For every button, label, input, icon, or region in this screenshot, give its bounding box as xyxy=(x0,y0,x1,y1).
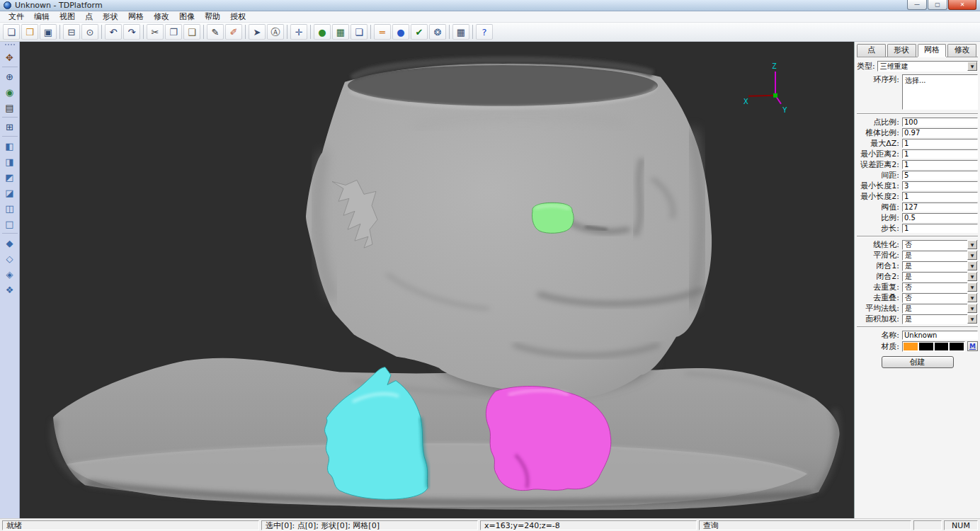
option-row: 平滑化: 是 ▼ xyxy=(857,250,978,261)
menu-license[interactable]: 授权 xyxy=(225,11,251,22)
ratio-field[interactable] xyxy=(902,213,978,222)
menu-view[interactable]: 视图 xyxy=(55,11,80,22)
menu-point[interactable]: 点 xyxy=(80,11,98,22)
spacing-field[interactable] xyxy=(902,171,978,180)
tab-shape[interactable]: 形状 xyxy=(887,44,916,57)
chevron-down-icon[interactable]: ▼ xyxy=(967,304,977,313)
material-swatch[interactable] xyxy=(935,343,949,350)
render-teapot-icon[interactable]: ● xyxy=(314,24,331,40)
menu-help[interactable]: 帮助 xyxy=(200,11,225,22)
measure-icon[interactable]: ═ xyxy=(374,24,391,40)
redo-icon[interactable]: ↷ xyxy=(123,24,140,40)
help-icon[interactable]: ? xyxy=(476,24,493,40)
menu-edit[interactable]: 编辑 xyxy=(29,11,55,22)
sidebar-separator xyxy=(2,136,18,137)
view-back-icon[interactable]: ◨ xyxy=(1,154,18,169)
material-button[interactable]: M xyxy=(967,341,978,351)
chevron-down-icon[interactable]: ▼ xyxy=(967,62,977,71)
cut-icon[interactable]: ✂ xyxy=(147,24,164,40)
draw-pen-icon[interactable]: ✎ xyxy=(207,24,224,40)
material-swatch[interactable] xyxy=(919,343,933,350)
tab-point[interactable]: 点 xyxy=(857,44,886,57)
material-swatch[interactable] xyxy=(950,343,964,350)
close1-select[interactable]: 是 ▼ xyxy=(902,261,978,271)
chevron-down-icon[interactable]: ▼ xyxy=(967,251,977,260)
chevron-down-icon[interactable]: ▼ xyxy=(967,261,977,270)
ring-sequence-listbox[interactable]: 选择... xyxy=(902,74,978,110)
save-icon[interactable]: ▣ xyxy=(40,24,57,40)
menu-file[interactable]: 文件 xyxy=(4,11,29,22)
chevron-down-icon[interactable]: ▼ xyxy=(967,272,977,281)
copy-icon[interactable]: ❐ xyxy=(165,24,182,40)
view-left-icon[interactable]: ◩ xyxy=(1,169,18,185)
min-distance2-field[interactable] xyxy=(902,149,978,159)
type-select[interactable]: 三维重建 ▼ xyxy=(877,61,978,72)
print-icon[interactable]: ⊟ xyxy=(63,24,80,40)
menu-shape[interactable]: 形状 xyxy=(98,11,123,22)
step-field[interactable] xyxy=(902,224,978,233)
status-coordinates: x=163;y=240;z=-8 xyxy=(480,520,697,530)
error-distance2-field[interactable] xyxy=(902,160,978,169)
menu-mesh[interactable]: 网格 xyxy=(123,11,149,22)
chevron-down-icon[interactable]: ▼ xyxy=(967,314,977,324)
iso-view-se-icon[interactable]: ◇ xyxy=(1,251,18,266)
settings-compass-icon[interactable]: ❂ xyxy=(429,24,446,40)
smooth-select[interactable]: 是 ▼ xyxy=(902,251,978,261)
select-arrow-icon[interactable]: ➤ xyxy=(249,24,266,40)
chevron-down-icon[interactable]: ▼ xyxy=(967,293,977,302)
view-right-icon[interactable]: ◪ xyxy=(1,185,18,200)
point-ratio-field[interactable] xyxy=(902,118,978,127)
avg-normals-select[interactable]: 是 ▼ xyxy=(902,304,978,314)
de-overlap-select[interactable]: 否 ▼ xyxy=(902,293,978,303)
orbit-globe-icon[interactable]: ◉ xyxy=(1,84,18,100)
annotate-icon[interactable]: Ⓐ xyxy=(267,24,284,40)
name-field[interactable] xyxy=(902,331,978,340)
menu-image[interactable]: 图像 xyxy=(174,11,200,22)
toolbar-grip[interactable] xyxy=(5,44,15,47)
tab-modify[interactable]: 修改 xyxy=(947,44,976,57)
pan-hand-icon[interactable]: ✥ xyxy=(1,50,18,65)
iso-view-nw-icon[interactable]: ❖ xyxy=(1,282,18,297)
material-swatch[interactable] xyxy=(904,343,918,350)
paint-icon[interactable]: ✐ xyxy=(225,24,242,40)
undo-icon[interactable]: ↶ xyxy=(105,24,122,40)
cone-ratio-field[interactable] xyxy=(902,128,978,137)
tab-mesh[interactable]: 网格 xyxy=(918,44,947,57)
viewport-3d[interactable]: X Y Z xyxy=(20,42,854,518)
linearize-select[interactable]: 否 ▼ xyxy=(902,240,978,250)
close-button[interactable]: ✕ xyxy=(948,0,976,10)
area-weight-select[interactable]: 是 ▼ xyxy=(902,314,978,324)
max-delta-z-field[interactable] xyxy=(902,139,978,148)
sphere-icon[interactable]: ● xyxy=(392,24,409,40)
zoom-window-icon[interactable]: ⊞ xyxy=(1,119,18,135)
iso-view-sw-icon[interactable]: ◆ xyxy=(1,235,18,251)
maximize-button[interactable]: ▢ xyxy=(928,0,947,10)
minimize-button[interactable]: — xyxy=(907,0,927,10)
zoom-icon[interactable]: ⊕ xyxy=(1,69,18,84)
center-view-icon[interactable]: ✛ xyxy=(290,24,307,40)
create-button[interactable]: 创建 xyxy=(882,356,954,368)
menu-modify[interactable]: 修改 xyxy=(149,11,174,22)
texture-image-icon[interactable]: ▦ xyxy=(332,24,349,40)
dedupe-select[interactable]: 否 ▼ xyxy=(902,282,978,292)
min-length1-field[interactable] xyxy=(902,181,978,190)
print-preview-icon[interactable]: ⊙ xyxy=(81,24,98,40)
new-file-icon[interactable]: ❏ xyxy=(3,24,20,40)
table-grid-icon[interactable]: ▦ xyxy=(452,24,469,40)
chevron-down-icon[interactable]: ▼ xyxy=(967,282,977,292)
camera-icon[interactable]: ▤ xyxy=(1,100,18,115)
close2-select[interactable]: 是 ▼ xyxy=(902,272,978,282)
ring-sequence-value[interactable]: 选择... xyxy=(905,76,926,84)
open-folder-icon[interactable]: ❒ xyxy=(21,24,38,40)
viewport-layout-icon[interactable]: ❏ xyxy=(351,24,368,40)
verify-icon[interactable]: ✔ xyxy=(411,24,428,40)
view-top-icon[interactable]: ◫ xyxy=(1,200,18,216)
view-front-icon[interactable]: ◧ xyxy=(1,138,18,154)
green-region[interactable] xyxy=(532,202,574,233)
min-length2-field[interactable] xyxy=(902,192,978,201)
iso-view-ne-icon[interactable]: ◈ xyxy=(1,266,18,282)
chevron-down-icon[interactable]: ▼ xyxy=(967,240,977,249)
view-bottom-icon[interactable]: □ xyxy=(1,216,18,232)
paste-icon[interactable]: ❑ xyxy=(183,24,200,40)
threshold-field[interactable] xyxy=(902,202,978,212)
